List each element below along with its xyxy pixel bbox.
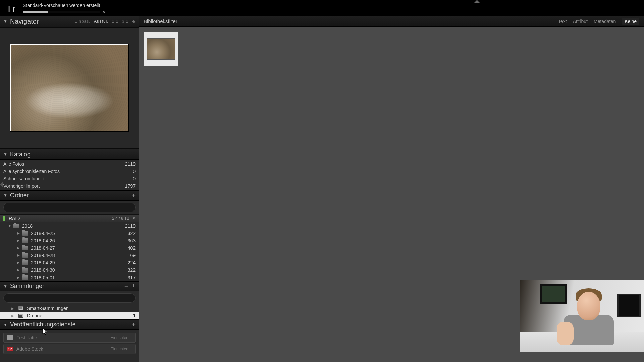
disclosure-triangle-icon[interactable]: ▶ <box>16 276 21 279</box>
folder-count: 322 <box>128 267 136 273</box>
katalog-item-label: Alle synchronisierten Fotos <box>3 169 60 174</box>
collection-count: 1 <box>133 313 136 318</box>
mouse-cursor-icon <box>42 328 48 335</box>
publish-body: FestplatteEinrichten...StAdobe StockEinr… <box>0 330 139 362</box>
disclosure-triangle-icon[interactable]: ▼ <box>3 19 7 24</box>
progress-indicator: Standard-Vorschauen werden erstellt ✕ <box>23 1 105 14</box>
filter-text[interactable]: Text <box>558 19 567 24</box>
publish-setup-link[interactable]: Einrichten... <box>111 347 132 351</box>
collection-label: Smart-Sammlungen <box>27 306 69 311</box>
disclosure-triangle-icon[interactable]: ▼ <box>3 193 7 198</box>
collection-icon <box>18 306 23 310</box>
disclosure-triangle-icon[interactable]: ▶ <box>16 253 21 257</box>
navigator-preview-image[interactable] <box>10 44 128 131</box>
folder-icon <box>22 253 28 258</box>
sammlungen-title: Sammlungen <box>10 283 46 290</box>
remove-collection-icon[interactable]: − <box>124 285 129 288</box>
add-folder-icon[interactable]: + <box>132 192 136 199</box>
left-panel-collapse-icon[interactable] <box>0 181 4 189</box>
folder-icon <box>22 238 28 243</box>
folder-icon <box>13 224 19 228</box>
presenter <box>564 288 614 345</box>
disclosure-triangle-icon[interactable]: ▼ <box>3 152 7 157</box>
collection-label: Drohne <box>27 313 42 318</box>
thumbnail-image <box>147 38 175 60</box>
folder-icon <box>22 275 28 280</box>
folder-name: 2018 <box>22 223 33 229</box>
collection-search-input[interactable] <box>3 293 136 303</box>
collection-row[interactable]: ▶Drohne1 <box>0 312 139 319</box>
publish-service-icon <box>7 335 13 340</box>
ordner-header[interactable]: ▼ Ordner + <box>0 190 139 201</box>
katalog-header[interactable]: ▼ Katalog <box>0 149 139 160</box>
folder-count: 169 <box>128 253 136 258</box>
disclosure-triangle-icon[interactable]: ▼ <box>7 224 12 228</box>
disclosure-triangle-icon[interactable]: ▶ <box>16 231 21 235</box>
collection-icon <box>18 314 23 318</box>
katalog-item[interactable]: Alle Fotos2119 <box>0 160 139 168</box>
add-collection-icon[interactable]: + <box>132 283 136 290</box>
titlebar: Lr Standard-Vorschauen werden erstellt ✕ <box>0 0 644 16</box>
publish-header[interactable]: ▼ Veröffentlichungsdienste + <box>0 319 139 330</box>
navigator-body <box>0 27 139 149</box>
folder-icon <box>22 246 28 250</box>
disclosure-triangle-icon[interactable]: ▶ <box>11 314 15 318</box>
folder-row[interactable]: ▶2018-05-01317 <box>0 274 139 281</box>
folder-row[interactable]: ▶2018-04-25322 <box>0 230 139 237</box>
library-filter-bar: Bibliotheksfilter: Text Attribut Metadat… <box>139 16 644 27</box>
publish-service-row[interactable]: FestplatteEinrichten... <box>3 333 136 343</box>
disclosure-triangle-icon[interactable]: ▶ <box>11 307 15 310</box>
folder-row[interactable]: ▶2018-04-28169 <box>0 252 139 259</box>
progress-cancel-icon[interactable]: ✕ <box>102 10 105 14</box>
folder-search-input[interactable] <box>3 203 136 212</box>
folder-count: 317 <box>128 275 136 280</box>
ordner-title: Ordner <box>10 192 29 199</box>
volume-menu-icon[interactable]: ▼ <box>132 216 136 220</box>
katalog-item-count: 0 <box>133 169 136 174</box>
folder-count: 322 <box>128 231 136 236</box>
sammlungen-header[interactable]: ▼ Sammlungen − + <box>0 281 139 292</box>
folder-row[interactable]: ▼ 2018 2119 <box>0 222 139 230</box>
publish-service-label: Festplatte <box>16 335 37 340</box>
publish-setup-link[interactable]: Einrichten... <box>111 335 132 340</box>
sammlungen-body: ▶Smart-Sammlungen▶Drohne1 <box>0 291 139 319</box>
filter-metadaten[interactable]: Metadaten <box>594 19 616 24</box>
katalog-body: Alle Fotos2119Alle synchronisierten Foto… <box>0 160 139 190</box>
folder-row[interactable]: ▶2018-04-26363 <box>0 237 139 244</box>
katalog-title: Katalog <box>10 151 31 158</box>
folder-icon <box>22 268 28 273</box>
folder-row[interactable]: ▶2018-04-29224 <box>0 259 139 266</box>
folder-name: 2018-04-26 <box>31 238 55 243</box>
disclosure-triangle-icon[interactable]: ▶ <box>16 246 21 250</box>
webcam-overlay <box>520 280 644 352</box>
disclosure-triangle-icon[interactable]: ▶ <box>16 239 21 242</box>
folder-icon <box>22 260 28 265</box>
folder-count: 363 <box>128 238 136 243</box>
disclosure-triangle-icon[interactable]: ▶ <box>16 268 21 272</box>
thumbnail-cell[interactable] <box>144 32 178 66</box>
katalog-item[interactable]: Alle synchronisierten Fotos0 <box>0 168 139 175</box>
folder-row[interactable]: ▶2018-04-27402 <box>0 244 139 252</box>
navigator-zoom-options[interactable]: Einpas. Ausfül. 1:1 3:1 ◆ <box>73 19 136 24</box>
publish-service-row[interactable]: StAdobe StockEinrichten... <box>3 344 136 354</box>
module-picker-caret-icon[interactable] <box>474 0 480 3</box>
disclosure-triangle-icon[interactable]: ▶ <box>16 261 21 264</box>
disclosure-triangle-icon[interactable]: ▼ <box>3 284 7 289</box>
volume-row[interactable]: RAID 2,4 / 8 TB ▼ <box>0 214 139 222</box>
filter-title: Bibliotheksfilter: <box>144 18 179 24</box>
katalog-item-count: 0 <box>133 176 136 181</box>
filter-attribut[interactable]: Attribut <box>573 19 588 24</box>
katalog-item[interactable]: Schnellsammlung +0 <box>0 175 139 182</box>
navigator-header[interactable]: ▼ Navigator Einpas. Ausfül. 1:1 3:1 ◆ <box>0 16 139 27</box>
filter-keine[interactable]: Keine <box>622 18 639 25</box>
disclosure-triangle-icon[interactable]: ▼ <box>3 322 7 327</box>
ordner-body: RAID 2,4 / 8 TB ▼ ▼ 2018 2119 ▶2018-04-2… <box>0 201 139 281</box>
collection-row[interactable]: ▶Smart-Sammlungen <box>0 305 139 312</box>
katalog-item[interactable]: Vorheriger Import1797 <box>0 182 139 190</box>
app-logo: Lr <box>0 1 23 17</box>
folder-row[interactable]: ▶2018-04-30322 <box>0 266 139 274</box>
katalog-item-label: Vorheriger Import <box>3 183 40 189</box>
progress-bar <box>23 11 100 13</box>
progress-label: Standard-Vorschauen werden erstellt <box>23 3 105 8</box>
add-publish-service-icon[interactable]: + <box>132 321 136 328</box>
